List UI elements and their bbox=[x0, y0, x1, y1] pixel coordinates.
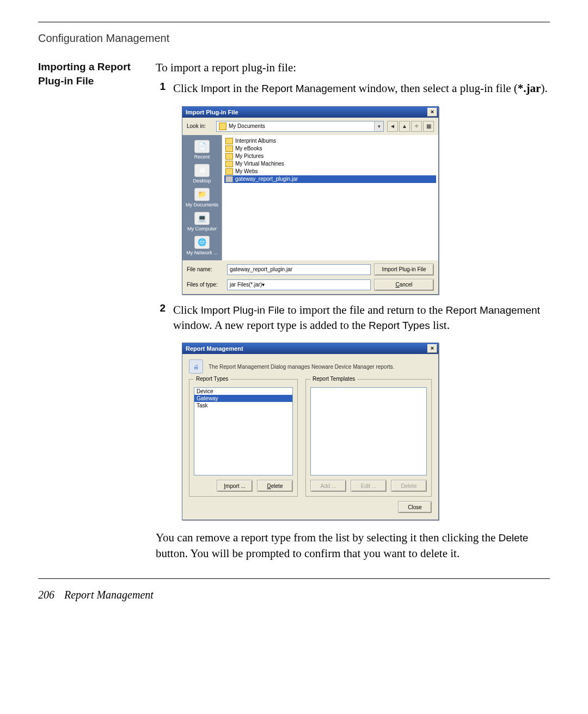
file-name: My Virtual Machines bbox=[235, 161, 284, 167]
import-plugin-dialog: Import Plug-in File × Look in: My Docume… bbox=[182, 106, 439, 295]
import-plugin-file-button[interactable]: Import Plug-in File bbox=[374, 264, 434, 276]
list-item-selected[interactable]: gateway_report_plugin.jar bbox=[224, 175, 436, 183]
delete-template-button: Delete bbox=[391, 480, 427, 492]
filesoftype-label: Files of type: bbox=[187, 282, 224, 288]
list-item-selected[interactable]: Gateway bbox=[194, 395, 292, 402]
chevron-down-icon[interactable]: ▾ bbox=[262, 282, 265, 288]
lookin-value: My Documents bbox=[229, 123, 265, 129]
folder-icon bbox=[219, 123, 226, 130]
file-name: My eBooks bbox=[235, 145, 262, 151]
import-dialog-title: Import Plug-in File bbox=[186, 109, 238, 115]
step-1-text: Click Import in the Report Management wi… bbox=[173, 81, 550, 96]
remove-seg-c: button. You will be prompted to confirm … bbox=[156, 547, 460, 560]
step-2-number: 2 bbox=[156, 302, 166, 333]
step-1-seg-a: Click bbox=[173, 82, 201, 95]
up-one-level-icon[interactable]: ▲ bbox=[399, 121, 410, 132]
report-management-desc: The Report Management Dialog manages Neo… bbox=[209, 364, 394, 370]
back-icon[interactable]: ◄ bbox=[387, 121, 398, 132]
place-mynetwork-label: My Network ... bbox=[186, 250, 218, 255]
page-header: Configuration Management bbox=[38, 32, 550, 45]
lookin-combo[interactable]: My Documents ▾ bbox=[216, 121, 384, 132]
places-bar: 📄Recent 🖥Desktop 📁My Documents 💻My Compu… bbox=[182, 135, 222, 260]
folder-icon bbox=[225, 145, 233, 152]
ui-import-plugin-file: Import Plug-in File bbox=[201, 304, 285, 316]
list-item[interactable]: My Webs bbox=[224, 168, 436, 175]
remove-seg-a: You can remove a report type from the li… bbox=[156, 531, 498, 544]
close-button[interactable]: Close bbox=[398, 501, 432, 513]
step-1-seg-c: in the bbox=[230, 82, 262, 95]
file-list[interactable]: Interprint Albums My eBooks My Pictures … bbox=[222, 135, 438, 260]
place-desktop-label: Desktop bbox=[193, 178, 211, 184]
list-item[interactable]: Device bbox=[194, 388, 292, 395]
close-icon[interactable]: × bbox=[427, 108, 437, 117]
report-templates-group: Report Templates Add ... Edit ... Delete bbox=[305, 379, 432, 497]
place-mycomputer[interactable]: 💻My Computer bbox=[182, 210, 222, 233]
place-mydocuments-label: My Documents bbox=[186, 202, 218, 208]
file-name: My Pictures bbox=[235, 153, 264, 159]
ui-report-management-2: Report Management bbox=[446, 304, 540, 316]
folder-icon bbox=[225, 168, 233, 175]
import-button[interactable]: Import ... bbox=[217, 480, 253, 492]
report-types-label: Report Types bbox=[194, 376, 230, 382]
list-item[interactable]: My Virtual Machines bbox=[224, 160, 436, 168]
report-types-group: Report Types Device Gateway Task Import … bbox=[189, 379, 298, 497]
step-2-seg-g: list. bbox=[430, 319, 450, 332]
list-item[interactable]: Task bbox=[194, 402, 292, 409]
place-mydocuments[interactable]: 📁My Documents bbox=[182, 186, 222, 209]
printer-icon: 🖨 bbox=[189, 359, 203, 374]
ui-report-types: Report Types bbox=[369, 320, 430, 331]
filename-value: gateway_report_plugin.jar bbox=[230, 266, 292, 272]
close-icon[interactable]: × bbox=[427, 344, 437, 353]
filesoftype-value: jar Files(*.jar) bbox=[230, 282, 262, 288]
folder-icon bbox=[225, 138, 233, 144]
report-types-list[interactable]: Device Gateway Task bbox=[194, 387, 293, 475]
report-management-dialog: Report Management × 🖨 The Report Managem… bbox=[182, 343, 439, 520]
file-name: Interprint Albums bbox=[235, 138, 276, 144]
step-2-seg-a: Click bbox=[173, 303, 201, 316]
step-1-jar: *.jar bbox=[518, 82, 541, 95]
ui-report-management: Report Management bbox=[261, 83, 356, 94]
step-1-seg-g: ). bbox=[541, 82, 547, 95]
folder-icon bbox=[225, 161, 233, 167]
ui-delete: Delete bbox=[498, 532, 528, 544]
edit-button: Edit ... bbox=[351, 480, 387, 492]
folder-icon bbox=[225, 153, 233, 160]
report-management-title: Report Management bbox=[186, 345, 243, 352]
file-name: gateway_report_plugin.jar bbox=[235, 176, 298, 182]
filesoftype-combo[interactable]: jar Files(*.jar) ▾ bbox=[227, 279, 371, 290]
side-heading: Importing a Report Plug-in File bbox=[38, 60, 147, 88]
new-folder-icon[interactable]: ✧ bbox=[411, 121, 422, 132]
report-templates-label: Report Templates bbox=[310, 376, 357, 382]
add-button: Add ... bbox=[310, 480, 346, 492]
filename-input[interactable]: gateway_report_plugin.jar bbox=[227, 264, 371, 275]
place-recent[interactable]: 📄Recent bbox=[182, 138, 222, 161]
step-2-seg-e: window. A new report type is added to th… bbox=[173, 319, 369, 332]
footer-section: Report Management bbox=[64, 589, 154, 601]
step-2-seg-c: to import the file and return to the bbox=[285, 303, 446, 316]
lookin-label: Look in: bbox=[187, 123, 213, 129]
place-desktop[interactable]: 🖥Desktop bbox=[182, 162, 222, 185]
remove-paragraph: You can remove a report type from the li… bbox=[156, 530, 550, 561]
place-mycomputer-label: My Computer bbox=[187, 226, 217, 231]
place-mynetwork[interactable]: 🌐My Network ... bbox=[182, 234, 222, 257]
list-item[interactable]: Interprint Albums bbox=[224, 137, 436, 145]
jar-file-icon bbox=[225, 176, 233, 182]
report-templates-list[interactable] bbox=[310, 387, 427, 475]
page-number: 206 bbox=[38, 589, 54, 601]
file-name: My Webs bbox=[235, 168, 258, 174]
cancel-button[interactable]: Cancel bbox=[374, 279, 434, 291]
filename-label: File name: bbox=[187, 266, 224, 272]
delete-button[interactable]: Delete bbox=[257, 480, 293, 492]
step-2-text: Click Import Plug-in File to import the … bbox=[173, 302, 550, 333]
place-recent-label: Recent bbox=[194, 154, 210, 160]
step-1-number: 1 bbox=[156, 81, 166, 96]
list-item[interactable]: My Pictures bbox=[224, 152, 436, 160]
ui-import: Import bbox=[201, 83, 230, 94]
chevron-down-icon[interactable]: ▾ bbox=[374, 121, 383, 131]
list-item[interactable]: My eBooks bbox=[224, 145, 436, 152]
intro-text: To import a report plug-in file: bbox=[156, 60, 550, 75]
step-1-seg-e: window, then select a plug-in file ( bbox=[356, 82, 518, 95]
views-icon[interactable]: ▦ bbox=[423, 121, 434, 132]
